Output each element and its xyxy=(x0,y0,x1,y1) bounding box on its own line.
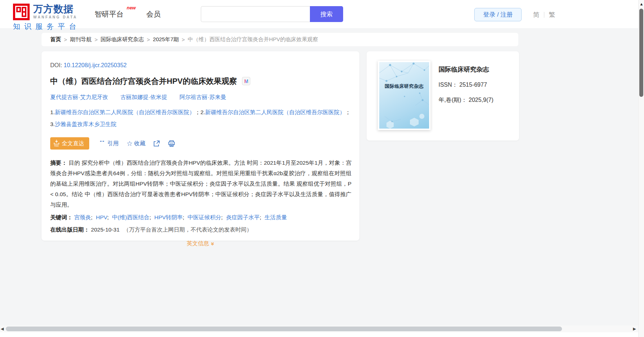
pubdate-label: 在线出版日期： xyxy=(50,226,90,233)
language-toggle: 简 繁 xyxy=(533,10,555,19)
affiliation-number: 3. xyxy=(50,121,55,127)
lang-divider xyxy=(544,12,544,18)
print-button[interactable] xyxy=(168,140,175,147)
affiliations: 1.新疆维吾尔自治区第二人民医院（自治区维吾尔医医院）；2.新疆维吾尔自治区第二… xyxy=(50,106,351,130)
affiliation-link[interactable]: 新疆维吾尔自治区第二人民医院（自治区维吾尔医医院） xyxy=(205,109,345,115)
breadcrumb-issue[interactable]: 2025年7期 xyxy=(153,36,179,43)
breadcrumb-journal[interactable]: 国际临床研究杂志 xyxy=(101,36,144,43)
breadcrumb-separator: > xyxy=(95,36,98,43)
online-pubdate-row: 在线出版日期： 2025-10-31 （万方平台首次上网日期，不代表论文的发表时… xyxy=(50,226,351,234)
doi-row: DOI: 10.12208/j.ijcr.20250352 xyxy=(50,62,351,69)
issn-value: 2515-6977 xyxy=(459,82,487,88)
article-card: DOI: 10.12208/j.ijcr.20250352 中（维）西医结合治疗… xyxy=(42,51,359,241)
wanfang-logo-icon xyxy=(13,4,30,20)
vertical-scrollbar-thumb[interactable] xyxy=(639,9,643,97)
free-label: free xyxy=(54,144,59,147)
cover-network-decoration xyxy=(379,62,429,129)
share-icon xyxy=(153,140,160,147)
scroll-left-arrow-icon[interactable]: ◀ xyxy=(1,326,4,332)
breadcrumb: 首页 > 期刊导航 > 国际临床研究杂志 > 2025年7期 > 中（维）西医结… xyxy=(42,33,518,46)
quote-icon: “ xyxy=(99,141,105,146)
journal-cover[interactable]: 国际临床研究杂志 xyxy=(378,61,431,130)
abstract-text: 目的 探究分析中（维）西医结合治疗宫颈炎合并HPV的临床效果。方法 时间：202… xyxy=(50,160,351,208)
lang-simplified[interactable]: 简 xyxy=(533,10,540,19)
breadcrumb-separator: > xyxy=(182,36,185,43)
brand-name-en: WANFANG DATA xyxy=(33,15,77,19)
star-icon: ☆ xyxy=(126,139,133,148)
journal-cover-title: 国际临床研究杂志 xyxy=(379,83,429,90)
keyword-separator: ; xyxy=(91,214,92,220)
cite-button[interactable]: “ 引用 xyxy=(99,140,118,147)
article-title: 中（维）西医结合治疗宫颈炎合并HPV的临床效果观察 xyxy=(50,76,237,86)
keyword-separator: ; xyxy=(107,214,109,220)
author-link[interactable]: 古丽加娜提·依米提 xyxy=(120,94,167,100)
login-register-button[interactable]: 登录 / 注册 xyxy=(474,8,522,21)
keyword-link[interactable]: 宫颈炎 xyxy=(74,214,91,220)
scroll-right-arrow-icon[interactable]: ▶ xyxy=(633,326,636,332)
favorite-label: 收藏 xyxy=(134,140,145,147)
scroll-up-arrow-icon[interactable]: ▲ xyxy=(639,1,644,7)
keyword-link[interactable]: 中(维)西医结合 xyxy=(112,214,149,220)
keyword-link[interactable]: 生活质量 xyxy=(265,214,287,220)
affiliation-separator: ； xyxy=(195,109,200,115)
issn-label: ISSN： xyxy=(438,82,458,88)
favorite-button[interactable]: ☆ 收藏 xyxy=(126,139,145,148)
breadcrumb-separator: > xyxy=(64,36,67,43)
author-link[interactable]: 阿尔祖古丽·苏来曼 xyxy=(180,94,226,100)
fulltext-button[interactable]: free 全文直达 xyxy=(50,137,89,150)
english-info-toggle[interactable]: 英文信息 » xyxy=(187,240,214,247)
wanfang-logo[interactable]: 万方数据 WANFANG DATA 知识服务平台 xyxy=(13,4,80,31)
pubdate-value: 2025-10-31 xyxy=(91,226,120,233)
keyword-separator: ; xyxy=(221,214,222,220)
breadcrumb-home[interactable]: 首页 xyxy=(50,36,61,43)
affiliation-number: 2. xyxy=(200,109,205,115)
fulltext-label: 全文直达 xyxy=(62,140,84,147)
m-badge-letter: M xyxy=(244,78,248,84)
authors-row: 夏代提古丽·艾力尼牙孜 古丽加娜提·依米提 阿尔祖古丽·苏来曼 xyxy=(50,94,351,101)
author-link[interactable]: 夏代提古丽·艾力尼牙孜 xyxy=(50,94,108,100)
keyword-link[interactable]: 中医证候积分 xyxy=(187,214,221,220)
nav-member-label: 会员 xyxy=(146,10,161,18)
volume-value: 2025,9(7) xyxy=(469,97,494,103)
keywords-label: 关键词： xyxy=(50,214,73,220)
volume-label: 年,卷(期)： xyxy=(438,97,467,103)
bottom-strip xyxy=(0,332,638,337)
share-button[interactable] xyxy=(153,140,160,147)
keyword-separator: ; xyxy=(260,214,261,220)
affiliation-separator: ； xyxy=(345,109,351,115)
horizontal-scrollbar[interactable]: ◀ ▶ xyxy=(0,325,638,332)
affiliation-number: 1. xyxy=(50,109,55,115)
affiliation-link[interactable]: 新疆维吾尔自治区第二人民医院（自治区维吾尔医医院） xyxy=(55,109,195,115)
search-button[interactable]: 搜索 xyxy=(310,6,343,22)
doi-label: DOI: xyxy=(50,62,62,68)
action-toolbar: free 全文直达 “ 引用 ☆ 收藏 xyxy=(50,137,351,150)
keyword-separator: ; xyxy=(150,214,151,220)
keyword-separator: ; xyxy=(183,214,184,220)
affiliation-link[interactable]: 沙雅县盖孜库木乡卫生院 xyxy=(55,121,117,127)
print-icon xyxy=(168,140,175,147)
doi-link[interactable]: 10.12208/j.ijcr.20250352 xyxy=(64,62,126,68)
horizontal-scrollbar-thumb[interactable] xyxy=(6,327,562,331)
search-input[interactable] xyxy=(201,6,310,22)
cite-label: 引用 xyxy=(107,140,118,147)
top-header: 万方数据 WANFANG DATA 知识服务平台 智研平台 new 会员 搜索 … xyxy=(0,0,644,28)
new-badge: new xyxy=(127,5,136,10)
journal-issn-row: ISSN： 2515-6977 xyxy=(438,81,493,89)
lang-traditional[interactable]: 繁 xyxy=(549,10,555,19)
search-bar: 搜索 xyxy=(201,6,343,22)
keywords-row: 关键词： 宫颈炎; HPV; 中(维)西医结合; HPV转阴率; 中医证候积分;… xyxy=(50,214,351,221)
keyword-link[interactable]: HPV转阴率 xyxy=(154,214,182,220)
nav-zhiyan-platform[interactable]: 智研平台 new xyxy=(95,9,124,19)
journal-volume-row: 年,卷(期)： 2025,9(7) xyxy=(438,96,493,104)
m-metrics-badge[interactable]: M xyxy=(242,77,250,85)
fulltext-download-icon: free xyxy=(54,140,59,147)
vertical-scrollbar[interactable]: ▲ xyxy=(638,0,644,337)
pubdate-note: （万方平台首次上网日期，不代表论文的发表时间） xyxy=(123,226,252,233)
keyword-link[interactable]: 炎症因子水平 xyxy=(226,214,260,220)
brand-subtitle: 知识服务平台 xyxy=(13,22,80,31)
abstract: 摘要： 目的 探究分析中（维）西医结合治疗宫颈炎合并HPV的临床效果。方法 时间… xyxy=(50,157,351,210)
breadcrumb-journal-nav[interactable]: 期刊导航 xyxy=(70,36,92,43)
nav-member[interactable]: 会员 xyxy=(146,9,161,19)
keyword-link[interactable]: HPV xyxy=(96,214,107,220)
breadcrumb-current-article: 中（维）西医结合治疗宫颈炎合并HPV的临床效果观察 xyxy=(188,36,318,43)
